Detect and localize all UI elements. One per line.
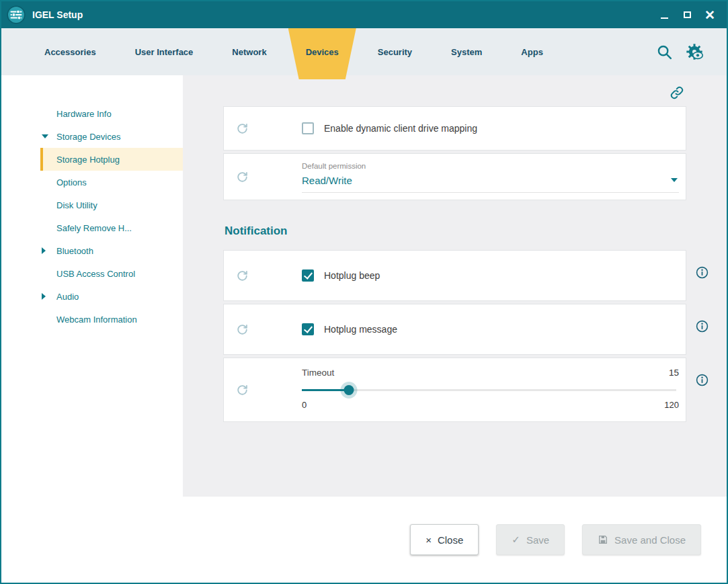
drive-mapping-label: Enable dynamic client drive mapping [324, 123, 477, 134]
hotplug-message-label: Hotplug message [324, 324, 397, 335]
timeout-max: 120 [664, 400, 679, 410]
info-icon [696, 374, 709, 386]
tab-network[interactable]: Network [228, 28, 270, 75]
close-button[interactable]: × Close [410, 524, 479, 555]
default-permission-select[interactable]: Default permission Read/Write [260, 155, 686, 200]
dropdown-caret-icon [671, 178, 678, 182]
sidebar-item-usb-access-control[interactable]: USB Access Control [1, 262, 183, 285]
tab-security[interactable]: Security [374, 28, 416, 75]
sidebar-item-options[interactable]: Options [1, 171, 183, 194]
drive-mapping-card: Enable dynamic client drive mapping [223, 106, 686, 151]
reset-to-default-icon[interactable] [224, 323, 260, 337]
reset-to-default-icon[interactable] [224, 269, 260, 283]
timeout-label: Timeout [302, 368, 334, 378]
sidebar-item-storage-devices[interactable]: Storage Devices [1, 125, 183, 148]
sidebar: Hardware Info Storage Devices Storage Ho… [1, 75, 183, 497]
igel-setup-window: IGEL Setup ✕ Accessories User Interface … [0, 0, 728, 584]
chevron-down-icon [42, 134, 56, 138]
body: Hardware Info Storage Devices Storage Ho… [1, 75, 727, 497]
info-icon [696, 320, 709, 333]
igel-logo-icon [7, 5, 26, 24]
reset-to-default-icon[interactable] [224, 358, 260, 421]
titlebar: IGEL Setup ✕ [1, 1, 727, 28]
reset-to-default-icon[interactable] [224, 170, 260, 184]
chevron-right-icon [42, 293, 56, 300]
maximize-icon [684, 11, 691, 18]
sidebar-item-webcam-information[interactable]: Webcam Information [1, 308, 183, 331]
save-disk-icon [598, 534, 608, 545]
tab-apps[interactable]: Apps [517, 28, 547, 75]
minimize-button[interactable] [653, 5, 676, 25]
default-permission-label: Default permission [302, 162, 679, 170]
sidebar-item-disk-utility[interactable]: Disk Utility [1, 194, 183, 216]
hotplug-message-card: Hotplug message [223, 304, 686, 355]
timeout-info-button[interactable] [686, 358, 717, 386]
chevron-right-icon [42, 247, 56, 254]
tab-system[interactable]: System [447, 28, 486, 75]
maximize-button[interactable] [676, 5, 698, 25]
sidebar-item-storage-hotplug[interactable]: Storage Hotplug [1, 148, 183, 171]
hotplug-beep-checkbox[interactable] [302, 269, 314, 282]
search-icon [656, 44, 673, 60]
tab-user-interface[interactable]: User Interface [131, 28, 198, 75]
slider-thumb[interactable] [344, 385, 354, 395]
link-icon [669, 85, 685, 101]
setup-visibility-button[interactable] [685, 42, 704, 61]
drive-mapping-checkbox[interactable] [302, 122, 314, 134]
timeout-value: 15 [669, 368, 679, 378]
hotplug-beep-label: Hotplug beep [324, 270, 380, 281]
check-icon: ✓ [512, 534, 520, 546]
hotplug-beep-info-button[interactable] [686, 250, 717, 279]
close-x-icon: × [426, 534, 432, 546]
sidebar-item-hardware-info[interactable]: Hardware Info [1, 102, 183, 125]
default-permission-card: Default permission Read/Write [223, 153, 686, 200]
window-title: IGEL Setup [32, 9, 83, 20]
notification-heading: Notification [225, 224, 717, 238]
timeout-slider[interactable] [302, 384, 679, 396]
tab-devices[interactable]: Devices [302, 28, 343, 75]
timeout-min: 0 [302, 400, 307, 410]
sidebar-item-safely-remove[interactable]: Safely Remove H... [1, 216, 183, 239]
reset-to-default-icon[interactable] [224, 122, 260, 136]
close-icon: ✕ [704, 9, 715, 22]
save-button[interactable]: ✓ Save [496, 524, 565, 555]
settings-panel: Enable dynamic client drive mapping Def [183, 75, 727, 497]
tab-accessories[interactable]: Accessories [40, 28, 100, 75]
timeout-card: Timeout 15 0 120 [223, 358, 686, 422]
search-button[interactable] [656, 44, 673, 60]
close-window-button[interactable]: ✕ [698, 5, 721, 25]
sidebar-item-bluetooth[interactable]: Bluetooth [1, 239, 183, 262]
hotplug-message-checkbox[interactable] [302, 323, 314, 335]
hotplug-beep-card: Hotplug beep [223, 250, 686, 301]
info-icon [696, 266, 709, 279]
hotplug-message-info-button[interactable] [686, 304, 717, 333]
gear-eye-icon [685, 42, 704, 61]
default-permission-value: Read/Write [302, 175, 352, 186]
footer: × Close ✓ Save Save and Close [1, 497, 727, 583]
parameter-link-button[interactable] [669, 85, 685, 101]
tabbar-icons [656, 42, 704, 61]
minimize-icon [661, 17, 668, 19]
window-controls: ✕ [653, 5, 721, 25]
tab-bar: Accessories User Interface Network Devic… [1, 28, 727, 75]
sidebar-item-audio[interactable]: Audio [1, 285, 183, 308]
save-and-close-button[interactable]: Save and Close [582, 524, 701, 555]
